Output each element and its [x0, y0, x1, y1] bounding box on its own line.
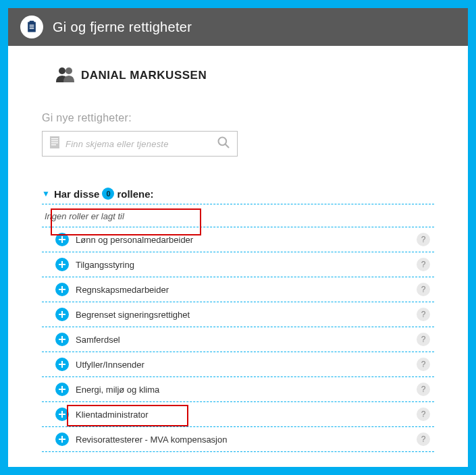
add-role-button[interactable] — [55, 308, 69, 321]
svg-rect-21 — [59, 314, 65, 315]
role-row: Revisorattesterer - MVA kompensasjon? — [42, 427, 434, 452]
roles-empty-note: Ingen roller er lagt til — [42, 204, 434, 227]
role-row: Utfyller/Innsender? — [42, 352, 434, 377]
svg-rect-17 — [59, 264, 65, 265]
page-header: Gi og fjerne rettigheter — [8, 8, 468, 46]
svg-rect-4 — [30, 28, 34, 29]
role-row: Klientadministrator? — [42, 402, 434, 427]
role-label: Utfyller/Innsender — [76, 360, 417, 370]
help-button[interactable]: ? — [417, 383, 430, 396]
people-icon — [55, 66, 76, 85]
role-label: Klientadministrator — [76, 410, 417, 420]
role-row: Regnskapsmedarbeider? — [42, 277, 434, 302]
search-icon[interactable] — [217, 136, 230, 152]
role-row: Begrenset signeringsrettighet? — [42, 302, 434, 327]
role-label: Tilgangsstyring — [76, 260, 417, 270]
add-role-button[interactable] — [55, 432, 69, 446]
svg-rect-27 — [59, 389, 65, 390]
role-row: Lønn og personalmedarbeider? — [42, 227, 434, 252]
help-button[interactable]: ? — [417, 258, 430, 271]
help-button[interactable]: ? — [417, 358, 430, 371]
give-rights-label: Gi nye rettigheter: — [42, 112, 434, 124]
search-box[interactable] — [42, 131, 238, 157]
help-button[interactable]: ? — [417, 283, 430, 296]
add-role-button[interactable] — [55, 358, 69, 371]
add-role-button[interactable] — [55, 258, 69, 271]
role-row: Tilgangsstyring? — [42, 252, 434, 277]
svg-rect-2 — [30, 25, 34, 26]
help-button[interactable]: ? — [417, 308, 430, 321]
person-name: DANIAL MARKUSSEN — [81, 69, 207, 82]
role-label: Energi, miljø og klima — [76, 385, 417, 395]
svg-rect-3 — [30, 26, 34, 27]
add-role-button[interactable] — [55, 233, 69, 246]
svg-point-6 — [65, 67, 72, 74]
add-role-button[interactable] — [55, 333, 69, 346]
add-role-button[interactable] — [55, 283, 69, 296]
roles-section-header[interactable]: ▼ Har disse 0 rollene: — [42, 184, 434, 204]
role-label: Revisorattesterer - MVA kompensasjon — [76, 435, 417, 445]
svg-rect-25 — [59, 364, 65, 365]
svg-rect-31 — [59, 439, 65, 440]
roles-header-suffix: rollene: — [117, 188, 153, 200]
svg-line-13 — [226, 144, 229, 148]
page-title: Gi og fjerne rettigheter — [53, 20, 192, 35]
role-label: Samferdsel — [76, 335, 417, 345]
help-button[interactable]: ? — [417, 408, 430, 421]
roles-count-badge: 0 — [102, 188, 114, 200]
role-list: Lønn og personalmedarbeider?Tilgangsstyr… — [42, 227, 434, 452]
role-label: Begrenset signeringsrettighet — [76, 310, 417, 320]
svg-rect-23 — [59, 339, 65, 340]
svg-rect-15 — [59, 239, 65, 240]
svg-rect-1 — [30, 21, 34, 23]
add-role-button[interactable] — [55, 408, 69, 421]
role-row: Samferdsel? — [42, 327, 434, 352]
add-role-button[interactable] — [55, 383, 69, 396]
document-icon — [49, 136, 60, 152]
role-label: Lønn og personalmedarbeider — [76, 235, 417, 245]
chevron-down-icon: ▼ — [42, 189, 50, 198]
search-input[interactable] — [65, 139, 217, 149]
person-block: DANIAL MARKUSSEN — [55, 66, 434, 85]
svg-rect-8 — [51, 138, 58, 139]
svg-rect-10 — [51, 142, 58, 143]
svg-rect-29 — [59, 414, 65, 415]
help-button[interactable]: ? — [417, 432, 430, 446]
svg-rect-9 — [51, 140, 58, 141]
svg-rect-11 — [51, 144, 56, 145]
svg-rect-19 — [59, 289, 65, 290]
role-label: Regnskapsmedarbeider — [76, 285, 417, 295]
roles-header-prefix: Har disse — [54, 188, 100, 200]
svg-point-5 — [59, 67, 65, 74]
role-row: Energi, miljø og klima? — [42, 377, 434, 402]
help-button[interactable]: ? — [417, 233, 430, 246]
clipboard-icon — [20, 16, 43, 38]
help-button[interactable]: ? — [417, 333, 430, 346]
